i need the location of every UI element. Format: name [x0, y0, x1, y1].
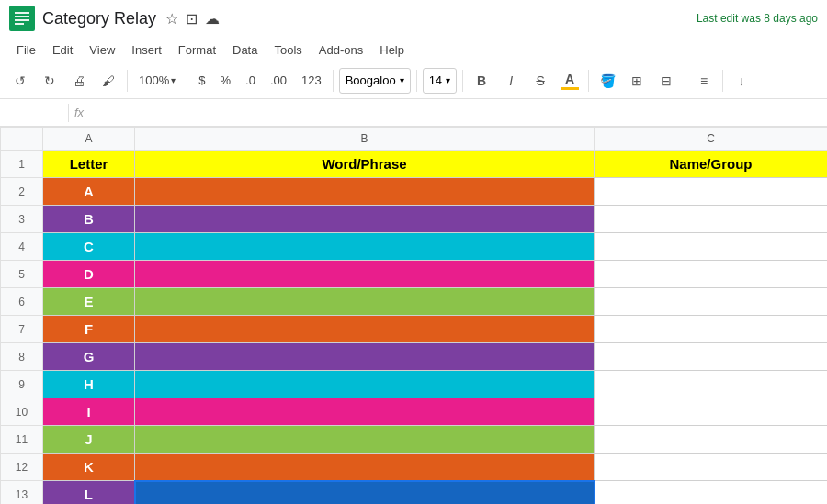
more-button[interactable]: ↓ — [729, 68, 754, 94]
cell-c8[interactable] — [595, 343, 828, 371]
format-number-button[interactable]: 123 — [296, 68, 327, 94]
cell-c2[interactable] — [595, 178, 828, 206]
cell-a7[interactable]: F — [43, 316, 135, 343]
table-row: 6 E — [1, 288, 828, 316]
cell-b12[interactable] — [135, 454, 595, 481]
row-num-5: 5 — [1, 261, 43, 288]
cell-a5[interactable]: D — [43, 261, 135, 288]
decimal-more-button[interactable]: .00 — [265, 68, 292, 94]
separator-5 — [462, 70, 463, 92]
fill-color-button[interactable]: 🪣 — [595, 68, 620, 94]
row-num-4: 4 — [1, 233, 43, 261]
cell-c3[interactable] — [595, 206, 828, 233]
cell-c13[interactable] — [595, 481, 828, 505]
redo-button[interactable]: ↻ — [37, 68, 62, 94]
cell-b10[interactable] — [135, 398, 595, 426]
undo-button[interactable]: ↺ — [7, 68, 33, 94]
cell-a1[interactable]: Letter — [43, 151, 135, 178]
row-num-2: 2 — [1, 178, 43, 206]
menu-view[interactable]: View — [82, 41, 122, 59]
table-row: 4 C — [1, 233, 828, 261]
row-num-8: 8 — [1, 343, 43, 371]
svg-rect-2 — [15, 16, 29, 17]
row-num-1: 1 — [1, 151, 43, 178]
cell-a4[interactable]: C — [43, 233, 135, 261]
cell-a3[interactable]: B — [43, 206, 135, 233]
history-icon[interactable]: ⊡ — [186, 10, 198, 28]
fill-icon: 🪣 — [600, 73, 616, 88]
cell-b1[interactable]: Word/Phrase — [135, 151, 595, 178]
separator-2 — [187, 70, 187, 92]
cell-b13[interactable] — [135, 481, 595, 505]
formula-bar: fx — [0, 99, 827, 127]
cell-b5[interactable] — [135, 261, 595, 288]
menu-tools[interactable]: Tools — [266, 41, 309, 59]
separator-6 — [588, 70, 589, 92]
cell-c4[interactable] — [595, 233, 828, 261]
currency-button[interactable]: $ — [193, 68, 210, 94]
cell-a8[interactable]: G — [43, 343, 135, 371]
cell-b3[interactable] — [135, 206, 595, 233]
menu-insert[interactable]: Insert — [124, 41, 169, 59]
menu-data[interactable]: Data — [225, 41, 265, 59]
table-row: 10 I — [1, 398, 828, 426]
cell-c5[interactable] — [595, 261, 828, 288]
cell-reference-input[interactable] — [7, 106, 62, 119]
percent-button[interactable]: % — [214, 68, 236, 94]
cell-c12[interactable] — [595, 454, 828, 481]
cell-c7[interactable] — [595, 316, 828, 343]
cell-b8[interactable] — [135, 343, 595, 371]
cell-a9[interactable]: H — [43, 371, 135, 398]
font-selector[interactable]: Boogaloo ▾ — [339, 68, 411, 94]
cell-b7[interactable] — [135, 316, 595, 343]
cell-c9[interactable] — [595, 371, 828, 398]
cell-a13[interactable]: L — [43, 481, 135, 505]
table-row: 5 D — [1, 261, 828, 288]
star-icon[interactable]: ☆ — [165, 10, 178, 28]
paint-format-button[interactable]: 🖌 — [96, 68, 121, 94]
col-header-a[interactable]: A — [43, 128, 135, 151]
sheets-icon — [9, 6, 35, 31]
cell-b6[interactable] — [135, 288, 595, 316]
italic-button[interactable]: I — [498, 68, 524, 94]
cell-b4[interactable] — [135, 233, 595, 261]
col-header-c[interactable]: C — [595, 128, 828, 151]
menu-edit[interactable]: Edit — [45, 41, 80, 59]
spreadsheet: A B C 1 Letter Word/Phrase Name/Group 2 … — [0, 127, 827, 504]
formula-input[interactable] — [89, 106, 820, 119]
cell-b9[interactable] — [135, 371, 595, 398]
column-header-row: A B C — [1, 128, 828, 151]
table-row: 1 Letter Word/Phrase Name/Group — [1, 151, 828, 178]
cell-b11[interactable] — [135, 426, 595, 454]
zoom-selector[interactable]: 100% ▾ — [133, 68, 181, 94]
print-button[interactable]: 🖨 — [66, 68, 92, 94]
borders-button[interactable]: ⊞ — [624, 68, 650, 94]
cell-a2[interactable]: A — [43, 178, 135, 206]
strikethrough-button[interactable]: S — [527, 68, 553, 94]
cell-c1[interactable]: Name/Group — [595, 151, 828, 178]
text-color-button[interactable]: A — [557, 68, 583, 94]
cell-a6[interactable]: E — [43, 288, 135, 316]
cloud-icon[interactable]: ☁ — [205, 10, 220, 28]
menu-addons[interactable]: Add-ons — [312, 41, 370, 59]
cell-c11[interactable] — [595, 426, 828, 454]
font-size-selector[interactable]: 14 ▾ — [423, 68, 457, 94]
separator-1 — [127, 70, 128, 92]
menu-file[interactable]: File — [9, 41, 43, 59]
decimal-less-button[interactable]: .0 — [240, 68, 261, 94]
menu-help[interactable]: Help — [372, 41, 412, 59]
svg-rect-4 — [15, 23, 24, 25]
cell-c6[interactable] — [595, 288, 828, 316]
cell-a11[interactable]: J — [43, 426, 135, 454]
cell-b2[interactable] — [135, 178, 595, 206]
merge-cells-button[interactable]: ⊟ — [653, 68, 679, 94]
menu-format[interactable]: Format — [171, 41, 223, 59]
text-color-a: A — [565, 72, 574, 86]
cell-a12[interactable]: K — [43, 454, 135, 481]
align-button[interactable]: ≡ — [691, 68, 717, 94]
cell-c10[interactable] — [595, 398, 828, 426]
cell-a10[interactable]: I — [43, 398, 135, 426]
font-size-dropdown-icon: ▾ — [446, 75, 450, 85]
col-header-b[interactable]: B — [135, 128, 595, 151]
bold-button[interactable]: B — [469, 68, 494, 94]
